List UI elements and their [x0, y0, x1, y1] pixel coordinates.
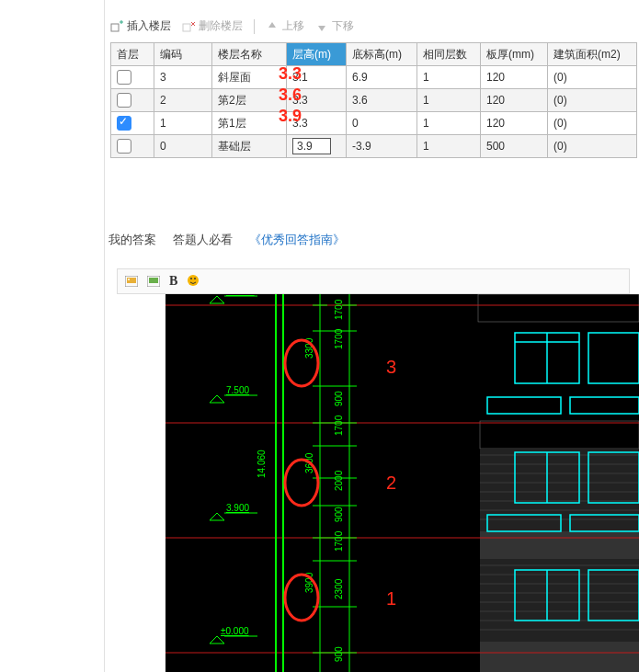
table-row[interactable]: 3 斜屋面 3.1 6.9 1 120 (0)	[111, 66, 637, 89]
cell-slab[interactable]: 120	[481, 66, 548, 89]
svg-text:14.060: 14.060	[257, 450, 267, 478]
move-down-button[interactable]: 下移	[315, 18, 354, 34]
svg-text:±0.000: ±0.000	[221, 626, 249, 636]
cell-name[interactable]: 第1层	[212, 112, 287, 135]
svg-rect-41	[570, 397, 639, 414]
svg-rect-17	[480, 531, 639, 559]
cell-area[interactable]: (0)	[548, 66, 637, 89]
cell-name[interactable]: 斜屋面	[212, 66, 287, 89]
svg-rect-14	[478, 294, 639, 322]
cell-name[interactable]: 基础层	[212, 135, 287, 158]
emoji-icon[interactable]	[187, 274, 200, 290]
svg-text:2000: 2000	[334, 470, 344, 491]
col-base[interactable]: 底标高(m)	[347, 43, 417, 66]
tab-must-read[interactable]: 答题人必看	[173, 232, 233, 248]
cell-slab[interactable]: 120	[481, 112, 548, 135]
cell-same[interactable]: 1	[417, 89, 481, 112]
svg-rect-19	[480, 642, 639, 672]
svg-rect-3	[183, 24, 190, 31]
cell-code[interactable]: 0	[154, 135, 212, 158]
up-label: 上移	[282, 18, 304, 34]
cell-code[interactable]: 2	[154, 89, 212, 112]
svg-text:900: 900	[334, 507, 344, 522]
delete-icon	[182, 20, 195, 33]
cell-area[interactable]: (0)	[548, 89, 637, 112]
col-same[interactable]: 相同层数	[417, 43, 481, 66]
editor-toolbar: B	[117, 268, 630, 294]
table-row[interactable]: 2 第2层 3.3 3.6 1 120 (0)	[111, 89, 637, 112]
cell-code[interactable]: 3	[154, 66, 212, 89]
cell-slab[interactable]: 120	[481, 89, 548, 112]
svg-text:900: 900	[334, 646, 344, 662]
cell-base[interactable]: 0	[347, 112, 417, 135]
insert-image2-icon[interactable]	[147, 276, 160, 287]
table-row[interactable]: 1 第1层 3.3 0 1 120 (0)	[111, 112, 637, 135]
svg-text:2300: 2300	[334, 578, 344, 599]
cell-same[interactable]: 1	[417, 112, 481, 135]
col-slab[interactable]: 板厚(mm)	[481, 43, 548, 66]
arrow-up-icon	[266, 20, 279, 33]
cad-drawing: 10.000 7.500 3.900 ±0.000 14.060 3300 36…	[165, 294, 639, 672]
svg-point-13	[194, 278, 196, 279]
svg-text:1700: 1700	[334, 530, 344, 552]
col-area[interactable]: 建筑面积(m2)	[548, 43, 637, 66]
first-checkbox[interactable]	[117, 70, 131, 85]
svg-rect-16	[480, 449, 639, 531]
svg-text:10.000: 10.000	[226, 294, 255, 296]
col-first[interactable]: 首层	[111, 43, 154, 66]
cell-same[interactable]: 1	[417, 135, 481, 158]
floor-table[interactable]: 首层 编码 楼层名称 层高(m) 底标高(m) 相同层数 板厚(mm) 建筑面积…	[110, 42, 637, 158]
arrow-down-icon	[315, 20, 328, 33]
down-label: 下移	[332, 18, 354, 34]
svg-rect-18	[480, 559, 639, 642]
insert-image-icon[interactable]	[125, 276, 138, 287]
svg-rect-15	[480, 421, 639, 449]
svg-rect-39	[588, 333, 639, 383]
overlay-value-1: 3.3	[279, 64, 302, 84]
cell-slab[interactable]: 500	[481, 135, 548, 158]
building-facade	[478, 294, 639, 672]
cell-base[interactable]: -3.9	[347, 135, 417, 158]
cell-same[interactable]: 1	[417, 66, 481, 89]
first-checkbox[interactable]	[117, 116, 131, 131]
col-name[interactable]: 楼层名称	[212, 43, 287, 66]
tab-my-answer[interactable]: 我的答案	[108, 232, 156, 248]
mark-1: 1	[386, 588, 396, 609]
first-checkbox[interactable]	[117, 139, 131, 154]
link-guide[interactable]: 《优秀回答指南》	[249, 232, 345, 248]
toolbar-separator	[254, 19, 255, 34]
svg-rect-10	[149, 278, 158, 283]
svg-text:1700: 1700	[334, 328, 344, 349]
svg-text:1700: 1700	[334, 415, 344, 436]
annotation-circle-3	[285, 340, 318, 386]
svg-rect-40	[487, 397, 561, 414]
bold-button[interactable]: B	[169, 274, 177, 289]
table-row[interactable]: 0 基础层 3.9 -3.9 1 500 (0)	[111, 135, 637, 158]
svg-rect-7	[127, 278, 136, 283]
col-height[interactable]: 层高(m)	[287, 43, 347, 66]
insert-floor-button[interactable]: 插入楼层	[110, 18, 171, 34]
col-code[interactable]: 编码	[154, 43, 212, 66]
cell-base[interactable]: 3.6	[347, 89, 417, 112]
cell-name[interactable]: 第2层	[212, 89, 287, 112]
delete-floor-button[interactable]: 删除楼层	[182, 18, 243, 34]
move-up-button[interactable]: 上移	[266, 18, 304, 34]
svg-text:3.900: 3.900	[226, 503, 249, 513]
cell-area[interactable]: (0)	[548, 135, 637, 158]
svg-text:900: 900	[334, 391, 344, 406]
cell-height-input[interactable]: 3.9	[292, 138, 331, 154]
insert-icon	[110, 20, 123, 33]
svg-text:7.500: 7.500	[226, 385, 249, 395]
cell-base[interactable]: 6.9	[347, 66, 417, 89]
first-checkbox[interactable]	[117, 93, 131, 108]
mark-3: 3	[386, 357, 396, 377]
svg-point-8	[128, 279, 130, 280]
cell-code[interactable]: 1	[154, 112, 212, 135]
svg-point-12	[190, 278, 192, 279]
cell-area[interactable]: (0)	[548, 112, 637, 135]
svg-text:1700: 1700	[334, 299, 344, 320]
overlay-value-2: 3.6	[279, 85, 302, 105]
table-header-row: 首层 编码 楼层名称 层高(m) 底标高(m) 相同层数 板厚(mm) 建筑面积…	[111, 43, 637, 66]
mark-2: 2	[386, 473, 396, 493]
annotation-circle-1	[285, 575, 318, 621]
